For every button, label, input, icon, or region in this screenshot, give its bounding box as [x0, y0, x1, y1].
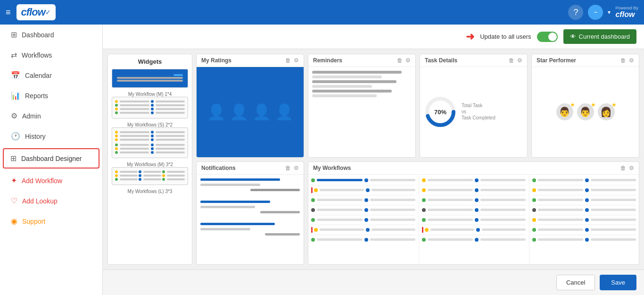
widget-header-reminders: Reminders 🗑 ⚙: [308, 54, 415, 67]
widget-header-star: Star Performer 🗑 ⚙: [532, 54, 639, 67]
wf-line: [317, 209, 363, 211]
sidebar-item-dashboard-designer[interactable]: ⊞ Dashboard Designer: [3, 148, 99, 169]
widget-card-task-details: Task Details 🗑 ⚙: [420, 54, 528, 158]
save-button[interactable]: Save: [600, 275, 636, 290]
wf-line: [591, 189, 636, 191]
sidebar-item-history[interactable]: 🕐 History: [0, 126, 102, 146]
toggle-switch[interactable]: [537, 32, 558, 42]
widget-thumb-2[interactable]: [112, 97, 188, 118]
wf-sep: [532, 215, 636, 215]
logo-check: ✓: [45, 8, 51, 16]
notif-bar-4: [200, 201, 270, 203]
sidebar-item-reports[interactable]: 📊 Reports: [0, 85, 102, 106]
widget-thumb-label-4: My Workflows (L) 3*3: [112, 189, 188, 194]
wf-row-3-4: [532, 207, 636, 213]
wf-dot: [364, 178, 368, 182]
settings-icon-star[interactable]: ⚙: [629, 57, 634, 64]
main-layout: ⊞ Dashboard ⇄ Workflows 📅 Calendar 📊 Rep…: [0, 25, 644, 295]
settings-icon-ratings[interactable]: ⚙: [294, 57, 299, 64]
wf-line: [428, 179, 473, 181]
wf-line: [538, 209, 583, 211]
wf-row-2-5: [422, 217, 526, 223]
wf-row-1-3: [311, 197, 415, 203]
notif-bar-6: [260, 211, 300, 213]
wf-line: [480, 209, 526, 211]
notif-bar-1: [200, 178, 280, 181]
add-workflow-icon: ✦: [11, 176, 17, 185]
wf-dot: [585, 218, 589, 222]
dashboard-icon: ⊞: [11, 30, 17, 39]
settings-icon-notifications[interactable]: ⚙: [294, 165, 299, 171]
wf-line: [480, 179, 526, 181]
wf-dot: [364, 218, 368, 222]
wf-line: [591, 228, 636, 231]
task-label2: vs: [462, 109, 495, 114]
settings-icon-workflows[interactable]: ⚙: [629, 165, 634, 171]
sidebar-item-support[interactable]: ◉ Support: [0, 211, 102, 231]
widget-title-my-workflows: My Workflows: [313, 165, 351, 171]
user-avatar[interactable]: ~: [588, 5, 603, 20]
wf-dot: [585, 208, 589, 212]
figure3: 👤: [252, 103, 271, 121]
app-header: ≡ cflow ✓ ? ~ ▾ Powered By cflow: [0, 0, 644, 25]
widget-thumb-3[interactable]: [112, 127, 188, 158]
wf-dot: [585, 188, 589, 192]
wf-dot: [532, 198, 536, 202]
sidebar-item-add-workflow[interactable]: ✦ Add Workflow: [0, 170, 102, 191]
widget-title-star: Star Performer: [537, 57, 576, 64]
wf-row-3-7: [532, 237, 636, 243]
wf-line: [430, 228, 474, 231]
widget-actions-star: 🗑 ⚙: [620, 57, 634, 64]
wf-row-2-2: [422, 187, 526, 193]
figure2: 👤: [230, 103, 248, 121]
cancel-button[interactable]: Cancel: [556, 275, 595, 290]
wf-sep: [532, 225, 636, 225]
wf-line: [428, 189, 473, 191]
delete-icon-star[interactable]: 🗑: [620, 57, 626, 64]
help-icon[interactable]: ?: [568, 5, 583, 20]
figure4: 👤: [275, 103, 294, 121]
sidebar-item-add-lookup[interactable]: ♡ Add Lookup: [0, 191, 102, 211]
wf-row-2-4: [422, 207, 526, 213]
current-dashboard-button[interactable]: 👁 Current dashboard: [563, 29, 636, 44]
widget-thumb-4[interactable]: [112, 167, 188, 185]
wf-line: [428, 209, 473, 211]
settings-icon-reminders[interactable]: ⚙: [405, 57, 411, 64]
header-right: ? ~ ▾ Powered By cflow: [568, 5, 638, 20]
donut-percent: 70%: [434, 109, 446, 116]
widget-body-star: 👨 ★ 👨 ★: [532, 67, 639, 157]
reminders-content: [308, 67, 415, 101]
widget-card-notifications: Notifications 🗑 ⚙: [196, 161, 304, 265]
wf-line: [320, 228, 364, 231]
notif-bar-5: [200, 206, 255, 208]
delete-icon-task[interactable]: 🗑: [509, 57, 514, 64]
delete-icon-reminders[interactable]: 🗑: [397, 57, 403, 64]
delete-icon-notifications[interactable]: 🗑: [285, 165, 291, 171]
wf-line: [591, 238, 636, 241]
star-badge-3: ★: [611, 101, 617, 108]
wf-dot: [364, 238, 368, 242]
delete-icon-ratings[interactable]: 🗑: [285, 57, 291, 64]
dashboard-designer-icon: ⊞: [10, 154, 17, 163]
wf-line: [428, 238, 473, 241]
widget-title-task: Task Details: [425, 57, 457, 64]
widget-body-ratings: 👤 👤 👤 👤: [197, 67, 304, 157]
settings-icon-task[interactable]: ⚙: [517, 57, 522, 64]
sidebar-item-admin[interactable]: ⚙ Admin: [0, 106, 102, 126]
hamburger-menu[interactable]: ≡: [6, 8, 11, 17]
wf-dot: [366, 228, 370, 232]
dropdown-icon[interactable]: ▾: [608, 9, 611, 16]
wf-dot: [475, 218, 479, 222]
widget-thumb-1[interactable]: [112, 69, 188, 88]
sidebar-item-calendar[interactable]: 📅 Calendar: [0, 65, 102, 85]
sidebar-label-workflows: Workflows: [22, 51, 52, 59]
wf-sep: [422, 225, 526, 225]
wf-dot: [422, 178, 426, 182]
wf-dot: [422, 218, 426, 222]
delete-icon-workflows[interactable]: 🗑: [620, 165, 626, 171]
widget-panel: Widgets My Workflow (M) 1*4: [107, 54, 192, 265]
figure1: 👤: [207, 103, 226, 121]
sidebar-item-workflows[interactable]: ⇄ Workflows: [0, 45, 102, 65]
wf-dot: [311, 218, 315, 222]
sidebar-item-dashboard[interactable]: ⊞ Dashboard: [0, 25, 102, 45]
